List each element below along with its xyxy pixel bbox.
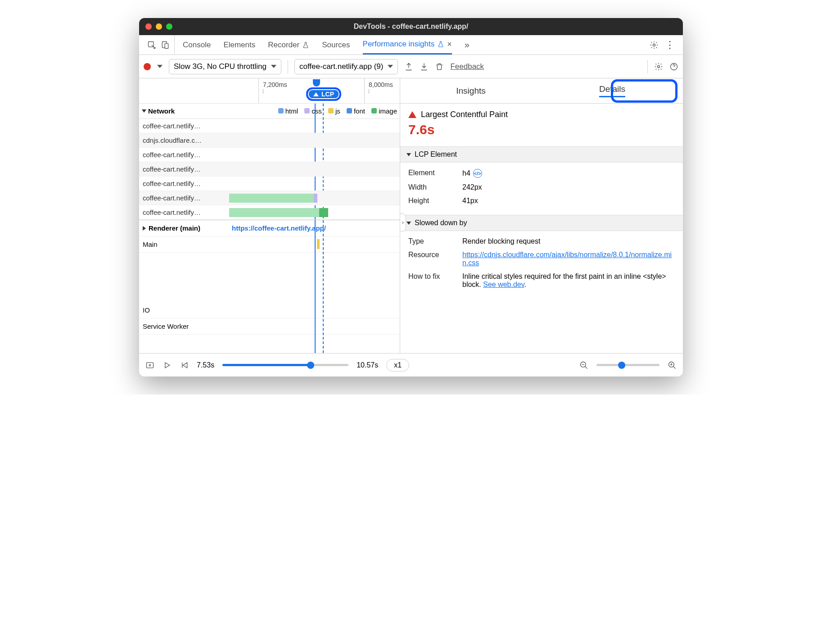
throttling-value: Slow 3G, No CPU throttling [174, 62, 266, 71]
record-menu-chevron-icon[interactable] [157, 65, 163, 68]
time-start: 7.53s [197, 361, 214, 369]
network-row[interactable]: cdnjs.cloudflare.c… [139, 133, 400, 148]
tab-insights[interactable]: Insights [400, 78, 542, 103]
timeline-footer: 7.53s 10.57s x1 [139, 353, 683, 376]
renderer-row-main[interactable]: Main [139, 236, 400, 253]
renderer-row-io[interactable]: IO [139, 302, 400, 318]
jump-to-start-icon[interactable] [180, 361, 189, 370]
ruler-tick: 7,200ms [263, 81, 287, 88]
renderer-title: Renderer (main) [149, 224, 200, 232]
tab-label: Console [183, 41, 211, 50]
renderer-section: Renderer (main) https://coffee-cart.netl… [139, 220, 400, 335]
lcp-value: 7.6s [408, 122, 675, 137]
kv-key: Width [408, 183, 462, 191]
webdev-link[interactable]: See web.dev [483, 281, 524, 288]
zoom-slider[interactable] [596, 364, 659, 366]
inspect-element-icon[interactable] [147, 41, 156, 50]
reveal-in-elements-icon[interactable]: </> [473, 169, 482, 178]
close-tab-icon[interactable]: × [447, 40, 452, 49]
flask-icon [302, 41, 309, 49]
device-toggle-icon[interactable] [161, 41, 170, 50]
zoom-out-icon[interactable] [579, 361, 588, 370]
kv-value: 41px [462, 197, 675, 205]
tab-elements[interactable]: Elements [223, 35, 255, 54]
disclosure-triangle-icon [406, 153, 411, 156]
network-row[interactable]: coffee-cart.netlify… [139, 177, 400, 191]
lcp-badge-label: LCP [321, 91, 334, 98]
delete-icon[interactable] [435, 62, 444, 71]
renderer-header[interactable]: Renderer (main) https://coffee-cart.netl… [139, 220, 400, 236]
speed-pill[interactable]: x1 [386, 359, 409, 372]
ruler-tick: 8,000ms [369, 81, 393, 88]
network-row[interactable]: coffee-cart.netlify… [139, 162, 400, 177]
zoom-in-icon[interactable] [668, 361, 677, 370]
svg-rect-6 [147, 363, 154, 368]
network-rows: coffee-cart.netlify… cdnjs.cloudflare.c…… [139, 119, 400, 220]
legend-js: js [335, 107, 340, 115]
network-row[interactable]: coffee-cart.netlify… [139, 191, 400, 205]
tab-label: Elements [223, 41, 255, 50]
details-pane: › Insights Details Largest Contentful Pa… [400, 78, 683, 353]
legend-image: image [379, 107, 397, 115]
svg-point-4 [658, 65, 660, 68]
section-title: LCP Element [415, 150, 457, 159]
network-row[interactable]: coffee-cart.netlify… [139, 148, 400, 162]
lcp-marker[interactable]: LCP [309, 79, 341, 101]
network-section-header[interactable]: Network html css js font image [139, 104, 400, 119]
settings-gear-icon[interactable] [650, 41, 659, 50]
lcp-badge: LCP [306, 87, 341, 101]
tab-label: Sources [322, 41, 350, 50]
main-content: 7,200ms 8,000ms LCP Network [139, 78, 683, 353]
time-end: 10.57s [357, 361, 378, 369]
resource-link[interactable]: https://cdnjs.cloudflare.com/ajax/libs/n… [462, 251, 672, 267]
kv-key: How to fix [408, 272, 462, 289]
traffic-lights [145, 23, 172, 30]
tab-label: Details [599, 84, 625, 97]
titlebar: DevTools - coffee-cart.netlify.app/ [139, 18, 683, 35]
section-title: Slowed down by [415, 219, 467, 227]
panel-tabbar: Console Elements Recorder Sources Perfor… [139, 35, 683, 55]
tab-console[interactable]: Console [183, 35, 211, 54]
legend-font: font [354, 107, 365, 115]
tab-label: Insights [456, 86, 485, 96]
lcp-element-details: Element h4 </> Width242px Height41px [400, 163, 683, 215]
legend-html: html [285, 107, 298, 115]
maximize-window-button[interactable] [166, 23, 172, 30]
more-tabs-icon[interactable]: » [465, 40, 470, 50]
kv-value: 242px [462, 183, 675, 191]
record-button[interactable] [144, 63, 151, 70]
close-window-button[interactable] [145, 23, 152, 30]
lcp-metric-name: Largest Contentful Paint [421, 110, 508, 119]
chevron-down-icon [271, 65, 276, 68]
flask-icon [437, 41, 444, 48]
section-lcp-element[interactable]: LCP Element [400, 146, 683, 163]
page-select[interactable]: coffee-cart.netlify.app (9) [294, 59, 398, 74]
download-icon[interactable] [420, 62, 429, 71]
upload-icon[interactable] [404, 62, 413, 71]
help-icon[interactable] [669, 62, 678, 71]
tab-details[interactable]: Details [542, 78, 683, 103]
element-tag: h4 [462, 169, 470, 177]
network-row[interactable]: coffee-cart.netlify… [139, 119, 400, 133]
play-icon[interactable] [163, 361, 172, 370]
throttling-select[interactable]: Slow 3G, No CPU throttling [169, 59, 281, 74]
panel-settings-icon[interactable] [654, 62, 663, 71]
renderer-row-sw[interactable]: Service Worker [139, 318, 400, 335]
tab-performance-insights[interactable]: Performance insights × [363, 35, 452, 54]
minimize-window-button[interactable] [156, 23, 162, 30]
tab-label: Recorder [268, 41, 299, 50]
window-title: DevTools - coffee-cart.netlify.app/ [354, 23, 469, 31]
time-ruler[interactable]: 7,200ms 8,000ms LCP [139, 78, 400, 104]
divider [647, 60, 648, 73]
feedback-link[interactable]: Feedback [450, 62, 484, 71]
time-slider[interactable] [222, 364, 348, 366]
renderer-url[interactable]: https://coffee-cart.netlify.app/ [232, 224, 326, 232]
section-slowed-down[interactable]: Slowed down by [400, 215, 683, 231]
collapse-handle[interactable]: › [400, 213, 406, 231]
network-row[interactable]: coffee-cart.netlify… [139, 205, 400, 220]
tab-label: Performance insights [363, 40, 435, 49]
screenshot-toggle-icon[interactable] [145, 361, 154, 370]
tab-recorder[interactable]: Recorder [268, 35, 309, 54]
disclosure-triangle-icon [406, 222, 411, 225]
tab-sources[interactable]: Sources [322, 35, 350, 54]
